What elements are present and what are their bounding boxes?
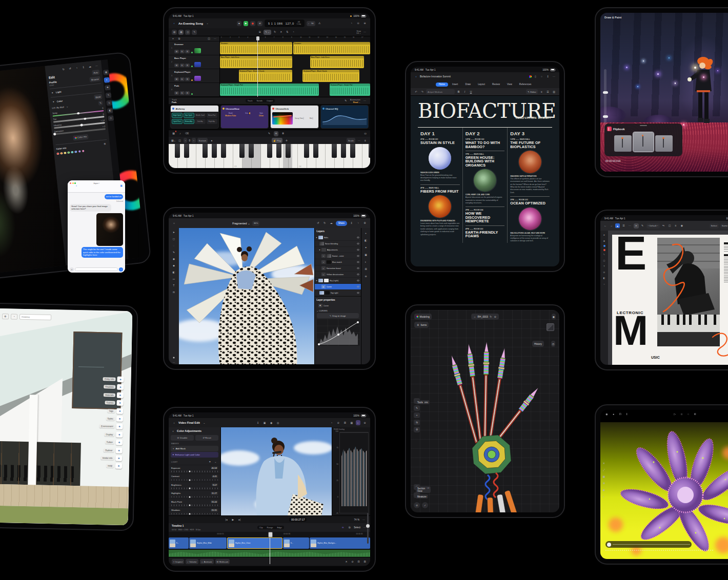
- black-key[interactable]: [350, 144, 355, 158]
- slider-handle[interactable]: [603, 115, 608, 118]
- alchemy-preset[interactable]: Motion Pad: [207, 113, 217, 118]
- bar-ruler[interactable]: 1234567891011121314151617: [220, 36, 370, 42]
- affinity-canvas[interactable]: E LECTRONIC M USIC: [608, 231, 728, 365]
- minimize-icon[interactable]: ⊖: [362, 421, 367, 425]
- crop-tool-icon[interactable]: ⊡: [171, 291, 176, 295]
- record-icon[interactable]: ◎: [276, 421, 280, 425]
- zoom-slider-knob[interactable]: [366, 524, 370, 528]
- document-pill[interactable]: ⌂ RH_0003 ↻ ⊖: [471, 314, 499, 320]
- video-call-icon[interactable]: ▣: [120, 184, 123, 187]
- play-button[interactable]: ▶: [244, 21, 248, 26]
- scrubber-knob[interactable]: [607, 543, 611, 547]
- timeline-tool-button[interactable]: ⊞Multicam: [215, 559, 230, 564]
- back-icon[interactable]: ←: [603, 223, 608, 228]
- settings-icon[interactable]: ⚙: [362, 221, 367, 225]
- trash-icon[interactable]: ⌫: [185, 131, 189, 136]
- color-tool-icon[interactable]: [603, 245, 605, 247]
- panel-button-icon[interactable]: ◈: [115, 463, 122, 469]
- slider-knob[interactable]: [189, 513, 191, 514]
- layer-row[interactable]: ◑Sweat…oster: [315, 253, 361, 259]
- layer-row[interactable]: Noise blending: [315, 241, 361, 247]
- note-icon[interactable]: ♪: [178, 131, 183, 136]
- camera-icon[interactable]: ▣: [262, 421, 267, 425]
- move-tool-button[interactable]: ➤: [634, 223, 639, 229]
- light-section[interactable]: Light: [56, 91, 62, 94]
- panel-item[interactable]: Outliner ◈: [104, 447, 123, 453]
- stop-icon[interactable]: □: [679, 412, 684, 417]
- undo-icon[interactable]: ↶: [414, 90, 418, 94]
- move-tool-icon[interactable]: ✥: [602, 239, 606, 243]
- undo-icon[interactable]: ↺: [316, 221, 320, 225]
- pen-tool-icon[interactable]: ✎: [602, 253, 606, 257]
- live-loops-button[interactable]: ▦: [178, 30, 184, 35]
- redo-icon[interactable]: ↻: [322, 221, 327, 225]
- flipbook-panel[interactable]: Flipbook: [604, 123, 682, 156]
- play-icon[interactable]: ▷: [673, 412, 677, 417]
- video-clip[interactable]: S…: [283, 537, 309, 549]
- panel-button-icon[interactable]: ◈: [116, 408, 123, 413]
- video-clip[interactable]: Skyline_Blue_Wide: [189, 537, 227, 549]
- layer-row[interactable]: ◒Yellow desaturation: [315, 272, 361, 278]
- timeline[interactable]: 1234567891011121314151617 Drummer Drumme…: [220, 36, 370, 97]
- fx-icon[interactable]: ✦: [363, 245, 368, 250]
- zoom-tool-icon[interactable]: ○: [602, 282, 606, 286]
- add-mask-button[interactable]: ＋ Add Mask: [171, 446, 218, 451]
- cloud-icon[interactable]: ☁: [88, 64, 93, 69]
- mode-segment[interactable]: Clip: [257, 526, 265, 529]
- panel-item[interactable]: Display ◈: [104, 431, 123, 438]
- black-key[interactable]: [286, 144, 291, 158]
- save-icon[interactable]: ⊡: [618, 412, 622, 417]
- home-icon[interactable]: ⌂: [473, 315, 476, 319]
- mute-button[interactable]: M: [174, 50, 179, 53]
- ribbon-tab[interactable]: View: [504, 82, 515, 87]
- bw-button[interactable]: B&W: [94, 94, 103, 100]
- stop-button[interactable]: ■: [237, 21, 241, 26]
- more-icon[interactable]: ⋯: [552, 74, 556, 79]
- plugin-channel-eq[interactable]: Channel EQ: [320, 105, 369, 129]
- curves-section-label[interactable]: CURVES: [319, 309, 328, 312]
- track-row[interactable]: 3 Keyboard Player M S R: [169, 69, 219, 83]
- layer-row[interactable]: ◒Saturation boost: [315, 265, 361, 272]
- automation-pencil-icon[interactable]: ✎: [343, 98, 348, 103]
- count-in-chip[interactable]: ♩56: [307, 21, 315, 26]
- window-controls[interactable]: [70, 182, 76, 184]
- alchemy-preset[interactable]: Minimal Arp: [184, 119, 194, 124]
- slider-value[interactable]: 9.07: [212, 483, 218, 486]
- more-icon[interactable]: ⋯: [362, 98, 367, 103]
- bold-icon[interactable]: B: [456, 90, 461, 94]
- mute-icon[interactable]: ⊘: [350, 560, 355, 564]
- timeline-tool-button[interactable]: ≡Inspect: [172, 559, 184, 564]
- ribbon-tab[interactable]: Home: [436, 82, 448, 87]
- slider-knob[interactable]: [84, 117, 86, 120]
- snap-control[interactable]: Snap1/4 ⌄: [356, 30, 361, 34]
- add-layer-icon[interactable]: +: [363, 231, 368, 236]
- octave-down-button[interactable]: ‹: [184, 138, 187, 143]
- mute-button[interactable]: M: [174, 77, 179, 81]
- panel-button-icon[interactable]: ◈: [117, 377, 124, 382]
- frame-thumbnail[interactable]: [655, 135, 673, 152]
- slider-knob[interactable]: [189, 479, 191, 481]
- expand-icon[interactable]: ⤢: [601, 468, 606, 472]
- curves-graph[interactable]: [317, 319, 360, 346]
- columns-icon[interactable]: ▥: [552, 90, 556, 94]
- loop-icon[interactable]: ↻: [273, 30, 277, 34]
- glove-model[interactable]: [411, 325, 559, 512]
- shape-tool-icon[interactable]: ▢: [602, 259, 606, 263]
- skip-back-icon[interactable]: |◂: [224, 517, 229, 522]
- color-channel-dot[interactable]: [75, 151, 77, 153]
- slider-knob[interactable]: [189, 471, 191, 472]
- alchemy-preset[interactable]: Bright Arp: [207, 119, 217, 124]
- render-target-icon[interactable]: ◉: [604, 412, 609, 417]
- region[interactable]: Drummer: [220, 42, 292, 54]
- snap-icon[interactable]: ◉: [680, 223, 684, 228]
- affinity-app-icon[interactable]: ▲: [615, 223, 620, 228]
- ribbon-tab[interactable]: Layout: [475, 82, 488, 87]
- segment[interactable]: Track: [246, 99, 255, 102]
- adjustment-slider[interactable]: Contrast4.41: [169, 473, 220, 482]
- browse-button[interactable]: Browse: [90, 76, 101, 82]
- font-name-field[interactable]: Artipol Medium: [426, 89, 455, 94]
- region[interactable]: Bass Player - Indie Disco: [310, 56, 364, 68]
- clone-tool-icon[interactable]: ◉: [171, 257, 176, 262]
- marquee-tool-icon[interactable]: ▢: [171, 237, 176, 242]
- slider-knob[interactable]: [189, 505, 191, 506]
